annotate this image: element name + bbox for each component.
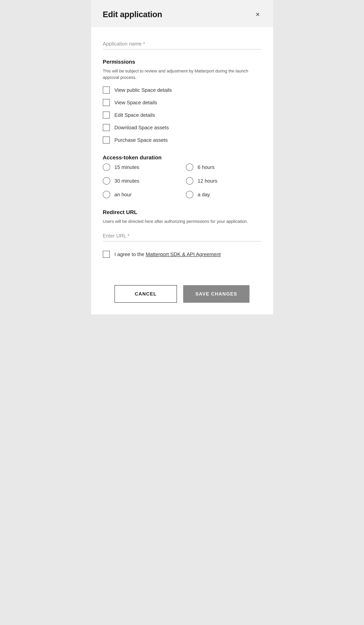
redirect-url-desc: Users will be directed here after author…: [103, 218, 261, 225]
perm-view-public-label: View public Space details: [114, 87, 172, 93]
agreement-label: I agree to the Matterport SDK & API Agre…: [114, 251, 221, 257]
agreement-section: I agree to the Matterport SDK & API Agre…: [103, 251, 261, 258]
dur-15min-radio[interactable]: [103, 163, 110, 171]
modal-title: Edit application: [103, 10, 162, 19]
dur-1hr-radio[interactable]: [103, 191, 110, 198]
perm-view-public-item[interactable]: View public Space details: [103, 87, 261, 94]
perm-view-public-checkbox[interactable]: [103, 87, 110, 94]
save-changes-button[interactable]: SAVE CHANGES: [183, 285, 250, 303]
access-token-radios: 15 minutes 6 hours 30 minutes 12 hours a…: [103, 163, 261, 198]
dur-6hr-radio[interactable]: [186, 163, 193, 171]
dur-6hr-item[interactable]: 6 hours: [186, 163, 261, 171]
dur-12hr-item[interactable]: 12 hours: [186, 177, 261, 185]
perm-view-space-item[interactable]: View Space details: [103, 99, 261, 106]
access-token-title: Access-token duration: [103, 155, 261, 161]
dur-1hr-item[interactable]: an hour: [103, 191, 178, 198]
dur-15min-item[interactable]: 15 minutes: [103, 163, 178, 171]
access-token-section: Access-token duration 15 minutes 6 hours…: [103, 155, 261, 198]
permissions-title: Permissions: [103, 59, 261, 65]
perm-edit-space-checkbox[interactable]: [103, 112, 110, 119]
dur-30min-label: 30 minutes: [114, 178, 139, 184]
dur-1hr-label: an hour: [114, 192, 132, 198]
perm-purchase-label: Purchase Space assets: [114, 137, 168, 143]
dur-30min-item[interactable]: 30 minutes: [103, 177, 178, 185]
perm-download-item[interactable]: Download Space assets: [103, 124, 261, 131]
modal-header: Edit application ×: [91, 0, 273, 27]
permissions-desc: This will be subject to review and adjus…: [103, 68, 261, 81]
agreement-link[interactable]: Matterport SDK & API Agreement: [146, 251, 221, 257]
perm-purchase-checkbox[interactable]: [103, 136, 110, 144]
close-button[interactable]: ×: [254, 9, 261, 20]
dur-12hr-label: 12 hours: [197, 178, 217, 184]
perm-edit-space-label: Edit Space details: [114, 112, 155, 118]
perm-download-label: Download Space assets: [114, 125, 169, 131]
perm-download-checkbox[interactable]: [103, 124, 110, 131]
app-name-field: [103, 38, 261, 49]
dur-6hr-label: 6 hours: [197, 164, 215, 170]
redirect-url-section: Redirect URL Users will be directed here…: [103, 209, 261, 241]
dur-1day-label: a day: [197, 192, 210, 198]
dur-1day-radio[interactable]: [186, 191, 193, 198]
dur-12hr-radio[interactable]: [186, 177, 193, 185]
perm-view-space-checkbox[interactable]: [103, 99, 110, 106]
redirect-url-field: [103, 230, 261, 241]
modal-body: Permissions This will be subject to revi…: [91, 27, 273, 277]
app-name-input[interactable]: [103, 38, 261, 49]
perm-edit-space-item[interactable]: Edit Space details: [103, 112, 261, 119]
cancel-button[interactable]: CANCEL: [114, 285, 177, 303]
redirect-url-title: Redirect URL: [103, 209, 261, 216]
dur-15min-label: 15 minutes: [114, 164, 139, 170]
perm-view-space-label: View Space details: [114, 100, 157, 106]
perm-purchase-item[interactable]: Purchase Space assets: [103, 136, 261, 144]
redirect-url-input[interactable]: [103, 230, 261, 241]
dur-1day-item[interactable]: a day: [186, 191, 261, 198]
modal-footer: CANCEL SAVE CHANGES: [91, 277, 273, 314]
agreement-checkbox[interactable]: [103, 251, 110, 258]
agreement-item[interactable]: I agree to the Matterport SDK & API Agre…: [103, 251, 261, 258]
dur-30min-radio[interactable]: [103, 177, 110, 185]
permissions-checkboxes: View public Space details View Space det…: [103, 87, 261, 144]
permissions-section: Permissions This will be subject to revi…: [103, 59, 261, 144]
edit-application-modal: Edit application × Permissions This will…: [91, 0, 273, 314]
